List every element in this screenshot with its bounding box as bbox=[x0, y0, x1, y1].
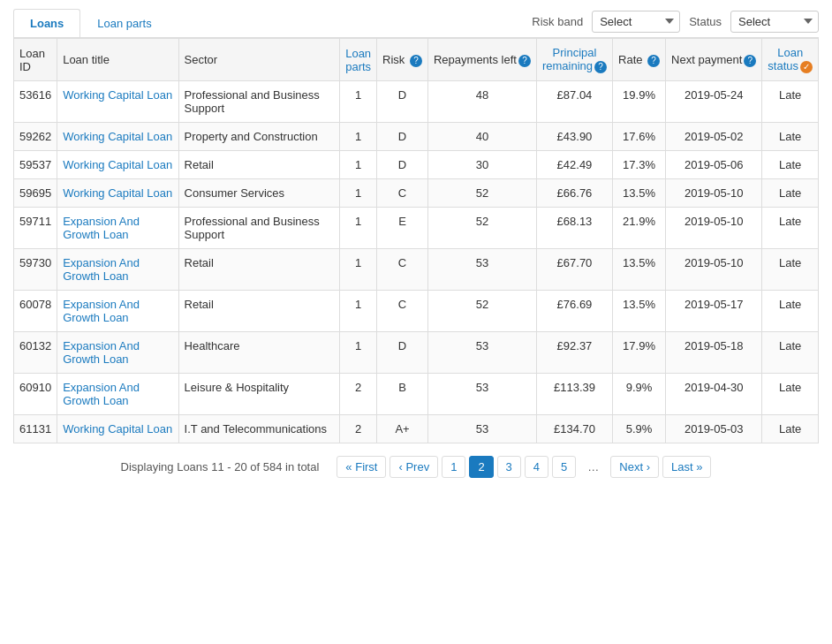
cell-repayments-left: 52 bbox=[427, 291, 536, 332]
col-header-loan-id: LoanID bbox=[14, 39, 57, 81]
cell-principal-remaining: £134.70 bbox=[536, 415, 612, 443]
pagination-next[interactable]: Next › bbox=[610, 456, 659, 478]
cell-loan-title[interactable]: Working Capital Loan bbox=[57, 81, 178, 123]
cell-loan-title-link[interactable]: Expansion And Growth Loan bbox=[63, 339, 140, 366]
cell-loan-id: 59537 bbox=[14, 151, 57, 179]
cell-loan-title-link[interactable]: Working Capital Loan bbox=[63, 130, 172, 143]
col-header-next-payment: Next payment? bbox=[666, 39, 762, 81]
risk-band-label: Risk band bbox=[532, 15, 583, 28]
cell-rate: 13.5% bbox=[613, 179, 666, 208]
tab-filters: Risk band Select Status Select bbox=[532, 11, 819, 36]
cell-loan-parts: 2 bbox=[340, 374, 377, 415]
cell-loan-status: Late bbox=[762, 208, 819, 249]
cell-loan-title[interactable]: Expansion And Growth Loan bbox=[57, 291, 178, 332]
cell-rate: 13.5% bbox=[613, 291, 666, 332]
cell-principal-remaining: £68.13 bbox=[536, 208, 612, 249]
col-header-repayments-left: Repayments left? bbox=[427, 39, 536, 81]
cell-loan-status: Late bbox=[762, 332, 819, 374]
pagination-first[interactable]: « First bbox=[337, 456, 386, 478]
cell-risk: C bbox=[377, 179, 428, 208]
table-row: 59537Working Capital LoanRetail1D30£42.4… bbox=[14, 151, 819, 179]
col-header-sector: Sector bbox=[178, 39, 340, 81]
cell-repayments-left: 52 bbox=[427, 179, 536, 208]
cell-sector: Professional and Business Support bbox=[178, 81, 340, 123]
col-header-loan-title: Loan title bbox=[57, 39, 178, 81]
cell-next-payment: 2019-05-10 bbox=[666, 179, 762, 208]
repayments-help-icon[interactable]: ? bbox=[518, 55, 531, 67]
cell-risk: B bbox=[377, 374, 428, 415]
cell-loan-title[interactable]: Expansion And Growth Loan bbox=[57, 208, 178, 249]
cell-loan-title-link[interactable]: Expansion And Growth Loan bbox=[63, 381, 140, 407]
tab-loans[interactable]: Loans bbox=[13, 9, 80, 37]
cell-repayments-left: 40 bbox=[427, 123, 536, 151]
cell-loan-title[interactable]: Expansion And Growth Loan bbox=[57, 374, 178, 415]
cell-sector: I.T and Telecommunications bbox=[178, 415, 340, 443]
cell-loan-title-link[interactable]: Expansion And Growth Loan bbox=[63, 256, 140, 283]
pagination-page-1[interactable]: 1 bbox=[442, 456, 465, 478]
cell-loan-title[interactable]: Working Capital Loan bbox=[57, 151, 178, 179]
cell-loan-title[interactable]: Expansion And Growth Loan bbox=[57, 249, 178, 291]
risk-help-icon[interactable]: ? bbox=[410, 55, 422, 67]
col-header-principal-remaining: Principalremaining? bbox=[536, 39, 612, 81]
cell-loan-title[interactable]: Working Capital Loan bbox=[57, 415, 178, 443]
tabs: Loans Loan parts bbox=[13, 9, 169, 37]
table-row: 60132Expansion And Growth LoanHealthcare… bbox=[14, 332, 819, 374]
table-row: 59711Expansion And Growth LoanProfession… bbox=[14, 208, 819, 249]
pagination-page-4[interactable]: 4 bbox=[525, 456, 548, 478]
tab-loan-parts[interactable]: Loan parts bbox=[80, 9, 168, 37]
pagination-page-5[interactable]: 5 bbox=[552, 456, 576, 478]
cell-loan-title-link[interactable]: Expansion And Growth Loan bbox=[63, 298, 140, 324]
loan-parts-col-link[interactable]: Loanparts bbox=[345, 47, 371, 73]
cell-next-payment: 2019-05-03 bbox=[666, 415, 762, 443]
principal-col-link[interactable]: Principalremaining bbox=[542, 46, 596, 72]
pagination-page-3[interactable]: 3 bbox=[497, 456, 521, 478]
cell-risk: A+ bbox=[377, 415, 428, 443]
cell-loan-parts: 1 bbox=[340, 208, 377, 249]
cell-rate: 5.9% bbox=[613, 415, 666, 443]
rate-help-icon[interactable]: ? bbox=[647, 55, 660, 67]
cell-loan-title-link[interactable]: Working Capital Loan bbox=[63, 186, 172, 200]
pagination-ellipsis: … bbox=[579, 457, 607, 477]
cell-next-payment: 2019-04-30 bbox=[666, 374, 762, 415]
cell-rate: 19.9% bbox=[613, 81, 666, 123]
table-row: 53616Working Capital LoanProfessional an… bbox=[14, 81, 819, 123]
col-header-rate: Rate ? bbox=[613, 39, 666, 81]
cell-risk: D bbox=[377, 332, 428, 374]
cell-loan-id: 60078 bbox=[14, 291, 57, 332]
cell-loan-title[interactable]: Expansion And Growth Loan bbox=[57, 332, 178, 374]
cell-sector: Property and Construction bbox=[178, 123, 340, 151]
loans-table: LoanID Loan title Sector Loanparts Risk … bbox=[13, 38, 819, 443]
cell-loan-id: 59262 bbox=[14, 123, 57, 151]
status-select[interactable]: Select bbox=[730, 11, 819, 33]
cell-loan-title-link[interactable]: Expansion And Growth Loan bbox=[63, 215, 140, 241]
cell-loan-title-link[interactable]: Working Capital Loan bbox=[63, 88, 172, 102]
pagination-bar: Displaying Loans 11 - 20 of 584 in total… bbox=[13, 456, 819, 478]
cell-loan-parts: 1 bbox=[340, 249, 377, 291]
cell-risk: E bbox=[377, 208, 428, 249]
pagination-prev[interactable]: ‹ Prev bbox=[390, 456, 438, 478]
cell-loan-parts: 1 bbox=[340, 179, 377, 208]
cell-loan-id: 60132 bbox=[14, 332, 57, 374]
cell-loan-title[interactable]: Working Capital Loan bbox=[57, 179, 178, 208]
cell-sector: Consumer Services bbox=[178, 179, 340, 208]
cell-loan-title-link[interactable]: Working Capital Loan bbox=[63, 158, 172, 171]
next-payment-help-icon[interactable]: ? bbox=[744, 55, 756, 67]
cell-loan-status: Late bbox=[762, 151, 819, 179]
cell-loan-title-link[interactable]: Working Capital Loan bbox=[63, 422, 172, 436]
cell-principal-remaining: £87.04 bbox=[536, 81, 612, 123]
cell-rate: 13.5% bbox=[613, 249, 666, 291]
principal-help-icon[interactable]: ? bbox=[594, 61, 607, 73]
cell-loan-parts: 1 bbox=[340, 332, 377, 374]
loan-status-col-link[interactable]: Loanstatus bbox=[768, 46, 803, 72]
risk-band-select[interactable]: Select bbox=[592, 11, 680, 33]
cell-loan-id: 59695 bbox=[14, 179, 57, 208]
pagination-last[interactable]: Last » bbox=[662, 456, 711, 478]
cell-principal-remaining: £92.37 bbox=[536, 332, 612, 374]
cell-loan-title[interactable]: Working Capital Loan bbox=[57, 123, 178, 151]
pagination-page-2[interactable]: 2 bbox=[469, 456, 493, 478]
loan-status-check-icon[interactable]: ✓ bbox=[800, 61, 813, 73]
cell-loan-parts: 2 bbox=[340, 415, 377, 443]
table-row: 60078Expansion And Growth LoanRetail1C52… bbox=[14, 291, 819, 332]
cell-next-payment: 2019-05-18 bbox=[666, 332, 762, 374]
cell-loan-id: 59730 bbox=[14, 249, 57, 291]
